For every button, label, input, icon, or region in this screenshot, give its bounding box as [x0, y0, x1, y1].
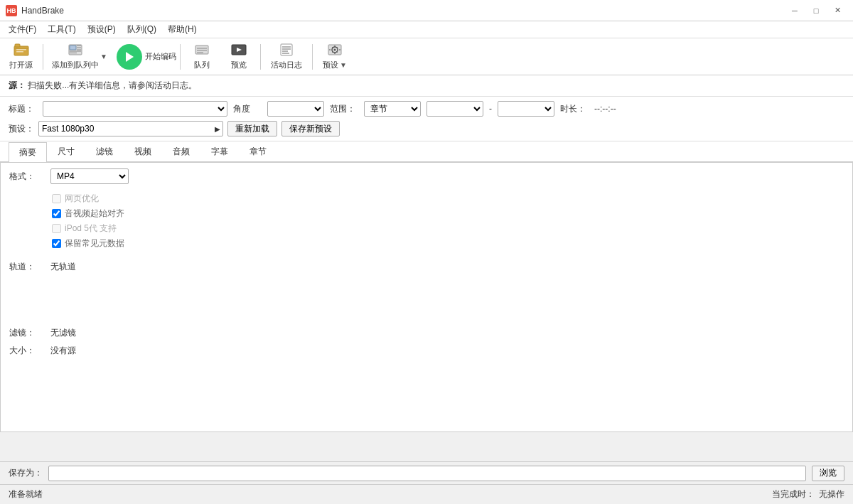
filter-label: 滤镜：: [9, 327, 45, 339]
on-complete-label: 当完成时：: [772, 488, 815, 500]
separator-4: [312, 44, 313, 70]
menu-help[interactable]: 帮助(H): [162, 22, 203, 38]
queue-icon: [194, 43, 210, 58]
open-source-label: 打开源: [9, 60, 33, 70]
svg-rect-0: [14, 46, 28, 55]
start-encode-label: 开始编码: [145, 51, 176, 62]
activity-log-icon: [279, 43, 294, 58]
tab-dimensions[interactable]: 尺寸: [47, 141, 85, 161]
preview-label: 预览: [231, 60, 247, 70]
track-value: 无轨道: [50, 261, 76, 273]
format-label: 格式：: [9, 171, 45, 183]
preserve-metadata-option[interactable]: 保留常见元数据: [52, 237, 844, 250]
spacer-1: [9, 284, 844, 327]
angle-select[interactable]: [267, 101, 324, 117]
tab-filters[interactable]: 滤镜: [85, 141, 124, 161]
add-queue-button[interactable]: 添加到队列中 ▼: [47, 41, 112, 73]
svg-marker-6: [126, 52, 134, 62]
add-queue-icon: [68, 43, 83, 58]
open-source-button[interactable]: 打开源: [3, 41, 39, 73]
duration-value: --:--:--: [594, 104, 616, 114]
statusbar: 准备就绪 当完成时： 无操作: [0, 484, 853, 504]
track-label: 轨道：: [9, 261, 45, 273]
preserve-metadata-checkbox[interactable]: [52, 239, 61, 248]
queue-button[interactable]: 队列: [184, 41, 220, 73]
status-text: 准备就绪: [9, 488, 43, 500]
chapter-start-select[interactable]: [426, 101, 483, 117]
presets-icon: [327, 43, 343, 58]
presets-dropdown-arrow: ▼: [340, 61, 347, 69]
source-bar: 源： 扫描失败...有关详细信息，请参阅活动日志。: [0, 75, 853, 97]
titlebar: HB HandBrake ─ □ ✕: [0, 0, 853, 21]
open-source-icon: [14, 43, 29, 58]
filter-value: 无滤镜: [50, 327, 76, 339]
format-select[interactable]: MP4: [50, 168, 129, 184]
maximize-button[interactable]: □: [806, 3, 826, 18]
separator-2: [180, 44, 181, 70]
activity-log-button[interactable]: 活动日志: [264, 41, 309, 73]
source-prefix: 源：: [9, 80, 26, 90]
preset-select[interactable]: Fast 1080p30: [38, 121, 223, 136]
start-encode-button[interactable]: [117, 44, 142, 70]
preset-label: 预设：: [9, 123, 34, 135]
title-select[interactable]: [43, 101, 227, 117]
settings-area: 标题： 角度 范围： 章节 - 时长： --:--:-- 预设： Fast 10…: [0, 97, 853, 141]
svg-rect-1: [15, 44, 20, 47]
save-preset-button[interactable]: 保存新预设: [281, 121, 340, 136]
on-complete-value[interactable]: 无操作: [819, 488, 844, 500]
tab-video[interactable]: 视频: [124, 141, 162, 161]
menu-presets[interactable]: 预设(P): [82, 22, 122, 38]
av-align-option[interactable]: 音视频起始对齐: [52, 208, 844, 220]
separator-1: [43, 44, 43, 70]
tabs-bar: 摘要 尺寸 滤镜 视频 音频 字幕 章节: [0, 141, 853, 162]
separator-3: [260, 44, 261, 70]
duration-label: 时长：: [560, 103, 589, 115]
preview-button[interactable]: 预览: [221, 41, 257, 73]
ipod-support-option[interactable]: iPod 5代 支持: [52, 222, 844, 235]
size-label: 大小：: [9, 345, 45, 357]
size-value: 没有源: [50, 345, 76, 357]
toolbar: 打开源 添加到队列中 ▼ 开始编码 队列: [0, 38, 853, 75]
presets-label: 预设: [323, 60, 338, 70]
window-controls: ─ □ ✕: [785, 3, 847, 18]
format-options: 网页优化 音视频起始对齐 iPod 5代 支持 保留常见元数据: [52, 193, 844, 250]
range-label: 范围：: [330, 103, 358, 115]
browse-button[interactable]: 浏览: [812, 466, 844, 481]
tab-summary[interactable]: 摘要: [9, 142, 47, 162]
close-button[interactable]: ✕: [827, 3, 847, 18]
tab-chapters[interactable]: 章节: [239, 141, 277, 161]
menu-file[interactable]: 文件(F): [3, 22, 42, 38]
add-queue-label: 添加到队列中: [52, 60, 99, 70]
menu-queue[interactable]: 队列(Q): [122, 22, 162, 38]
add-queue-dropdown-arrow[interactable]: ▼: [100, 53, 107, 60]
app-icon: HB: [6, 5, 17, 16]
web-optimize-checkbox[interactable]: [52, 194, 61, 203]
ipod-support-checkbox[interactable]: [52, 224, 61, 233]
svg-rect-3: [16, 51, 23, 53]
chapter-separator: -: [489, 104, 492, 114]
minimize-button[interactable]: ─: [785, 3, 805, 18]
title-label: 标题：: [9, 103, 37, 115]
app-title: HandBrake: [21, 6, 64, 16]
angle-label: 角度: [233, 103, 262, 115]
menu-tools[interactable]: 工具(T): [42, 22, 81, 38]
save-label: 保存为：: [9, 467, 43, 479]
activity-log-label: 活动日志: [271, 60, 302, 70]
save-bar: 保存为： 浏览: [0, 461, 853, 484]
av-align-checkbox[interactable]: [52, 209, 61, 218]
svg-rect-2: [16, 49, 26, 50]
svg-rect-5: [70, 45, 76, 50]
source-message: 扫描失败...有关详细信息，请参阅活动日志。: [28, 80, 197, 90]
reload-preset-button[interactable]: 重新加载: [227, 121, 277, 136]
tab-subtitles[interactable]: 字幕: [200, 141, 239, 161]
main-content: 格式： MP4 网页优化 音视频起始对齐 iPod 5代 支持 保留常见元数据 …: [0, 162, 853, 432]
svg-point-13: [333, 48, 336, 50]
save-path-input[interactable]: [48, 466, 806, 481]
presets-button[interactable]: 预设 ▼: [316, 41, 353, 73]
range-type-select[interactable]: 章节: [364, 101, 421, 117]
web-optimize-option[interactable]: 网页优化: [52, 193, 844, 205]
queue-label: 队列: [194, 60, 210, 70]
tab-audio[interactable]: 音频: [162, 141, 200, 161]
chapter-end-select[interactable]: [498, 101, 554, 117]
menubar: 文件(F) 工具(T) 预设(P) 队列(Q) 帮助(H): [0, 21, 853, 38]
